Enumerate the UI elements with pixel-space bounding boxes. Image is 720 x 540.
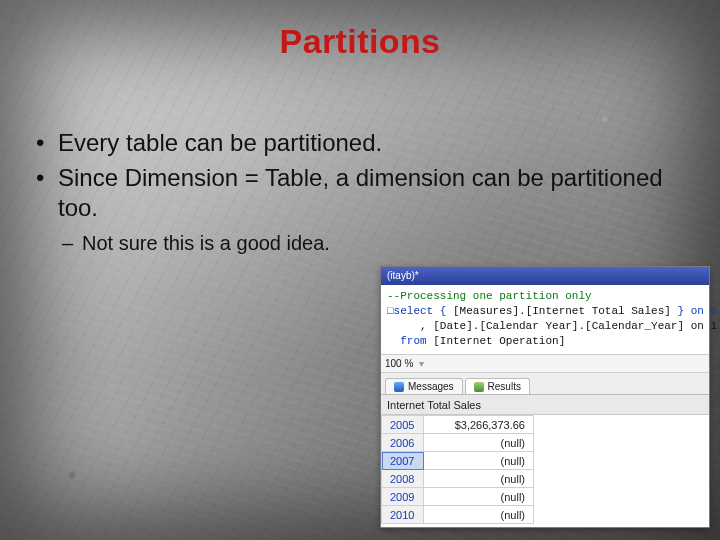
row-header-year[interactable]: 2006 bbox=[382, 434, 424, 452]
row-header-year[interactable]: 2008 bbox=[382, 470, 424, 488]
code-editor[interactable]: --Processing one partition only □select … bbox=[381, 285, 709, 355]
cell-value: (null) bbox=[424, 470, 534, 488]
cell-value: (null) bbox=[424, 506, 534, 524]
cell-value: (null) bbox=[424, 488, 534, 506]
status-dash: ▾ bbox=[419, 358, 424, 369]
messages-icon bbox=[394, 382, 404, 392]
row-header-year[interactable]: 2009 bbox=[382, 488, 424, 506]
row-header-year[interactable]: 2010 bbox=[382, 506, 424, 524]
slide-title: Partitions bbox=[0, 22, 720, 61]
code-line: , [Date].[Calendar Year].[Calendar_Year]… bbox=[387, 320, 717, 332]
cell-value: (null) bbox=[424, 434, 534, 452]
table-row[interactable]: 2009(null) bbox=[382, 488, 534, 506]
query-window: (itayb)* --Processing one partition only… bbox=[380, 266, 710, 528]
code-line: □select { bbox=[387, 305, 453, 317]
sub-bullet-item: Not sure this is a good idea. bbox=[34, 230, 686, 256]
table-row[interactable]: 2006(null) bbox=[382, 434, 534, 452]
window-titlebar: (itayb)* bbox=[381, 267, 709, 285]
status-bar: 100 % ▾ bbox=[381, 355, 709, 373]
table-row[interactable]: 2008(null) bbox=[382, 470, 534, 488]
results-column-header: Internet Total Sales bbox=[381, 395, 709, 415]
table-row[interactable]: 2010(null) bbox=[382, 506, 534, 524]
code-line: from bbox=[387, 335, 433, 347]
slide-background: Partitions Every table can be partitione… bbox=[0, 0, 720, 540]
cell-value: $3,266,373.66 bbox=[424, 416, 534, 434]
table-row[interactable]: 2005$3,266,373.66 bbox=[382, 416, 534, 434]
row-header-year[interactable]: 2005 bbox=[382, 416, 424, 434]
results-grid[interactable]: 2005$3,266,373.662006(null)2007(null)200… bbox=[381, 415, 709, 527]
tab-messages[interactable]: Messages bbox=[385, 378, 463, 394]
table-row[interactable]: 2007(null) bbox=[382, 452, 534, 470]
tab-results[interactable]: Results bbox=[465, 378, 530, 394]
zoom-level[interactable]: 100 % bbox=[385, 358, 413, 369]
slide-content: Every table can be partitioned. Since Di… bbox=[34, 128, 686, 256]
results-tabs: Messages Results bbox=[381, 373, 709, 395]
bullet-item: Every table can be partitioned. bbox=[34, 128, 686, 159]
bullet-item: Since Dimension = Table, a dimension can… bbox=[34, 163, 686, 224]
tab-label: Results bbox=[488, 381, 521, 392]
tab-label: Messages bbox=[408, 381, 454, 392]
code-comment: --Processing one partition only bbox=[387, 290, 592, 302]
cell-value: (null) bbox=[424, 452, 534, 470]
row-header-year[interactable]: 2007 bbox=[382, 452, 424, 470]
results-icon bbox=[474, 382, 484, 392]
